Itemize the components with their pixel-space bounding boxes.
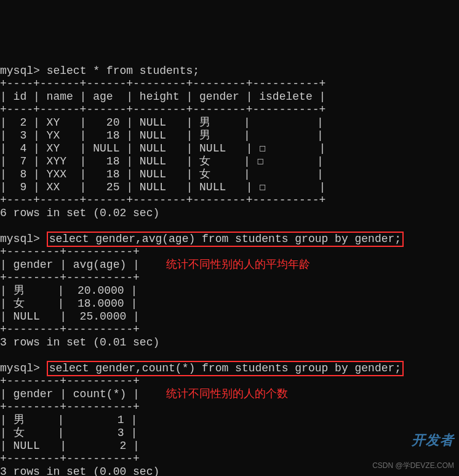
watermark-brand: 开发者 bbox=[368, 434, 454, 446]
table2-row: | NULL | 25.0000 | bbox=[0, 310, 140, 323]
table3-row: | 男 | 1 | bbox=[0, 414, 137, 426]
table1-sep: +----+------+------+--------+--------+--… bbox=[0, 78, 325, 90]
table1-row: | 4 | XY | NULL | NULL | NULL | ☐ | bbox=[0, 142, 325, 155]
query-3[interactable]: select gender,count(*) from students gro… bbox=[49, 362, 402, 374]
table1-header: | id | name | age | height | gender | is… bbox=[0, 91, 325, 103]
table3-sep: +--------+----------+ bbox=[0, 375, 140, 387]
query-1[interactable]: select * from students; bbox=[47, 65, 199, 77]
query-3-highlight: select gender,count(*) from students gro… bbox=[47, 361, 404, 376]
mysql-prompt: mysql> bbox=[0, 65, 40, 77]
query-2[interactable]: select gender,avg(age) from students gro… bbox=[49, 233, 402, 245]
table3-row: | NULL | 2 | bbox=[0, 440, 140, 452]
table2-sep: +--------+----------+ bbox=[0, 246, 140, 258]
table3-status: 3 rows in set (0.00 sec) bbox=[0, 466, 159, 476]
table2-sep: +--------+----------+ bbox=[0, 272, 140, 284]
table3-row: | 女 | 3 | bbox=[0, 427, 137, 439]
table2-header: | gender | avg(age) | bbox=[0, 259, 140, 271]
table2-row: | 男 | 20.0000 | bbox=[0, 284, 137, 297]
table2-sep: +--------+----------+ bbox=[0, 323, 140, 336]
query-2-highlight: select gender,avg(age) from students gro… bbox=[47, 232, 404, 247]
table1-sep: +----+------+------+--------+--------+--… bbox=[0, 103, 325, 116]
table3-header: | gender | count(*) | bbox=[0, 388, 140, 400]
watermark-sub: CSDN @学DEVZE.COM bbox=[372, 461, 454, 470]
table1-status: 6 rows in set (0.02 sec) bbox=[0, 207, 159, 219]
table3-sep: +--------+----------+ bbox=[0, 401, 140, 413]
table2-status: 3 rows in set (0.01 sec) bbox=[0, 336, 159, 349]
table1-row: | 8 | YXX | 18 | NULL | 女 | | bbox=[0, 168, 324, 180]
table2-row: | 女 | 18.0000 | bbox=[0, 297, 137, 310]
mysql-prompt: mysql> bbox=[0, 362, 40, 374]
table1-row: | 2 | XY | 20 | NULL | 男 | | bbox=[0, 116, 324, 129]
annotation-count: 统计不同性别的人的个数 bbox=[166, 388, 288, 401]
mysql-prompt: mysql> bbox=[0, 233, 40, 245]
annotation-avg: 统计不同性别的人的平均年龄 bbox=[166, 259, 310, 272]
table1-row: | 3 | YX | 18 | NULL | 男 | | bbox=[0, 129, 324, 142]
table1-row: | 9 | XX | 25 | NULL | NULL | ☐ | bbox=[0, 181, 325, 193]
table1-row: | 7 | XYY | 18 | NULL | 女 | ☐ | bbox=[0, 155, 324, 167]
table1-sep: +----+------+------+--------+--------+--… bbox=[0, 194, 325, 206]
table3-sep: +--------+----------+ bbox=[0, 453, 140, 465]
watermark: 开发者 CSDN @学DEVZE.COM bbox=[368, 408, 454, 472]
